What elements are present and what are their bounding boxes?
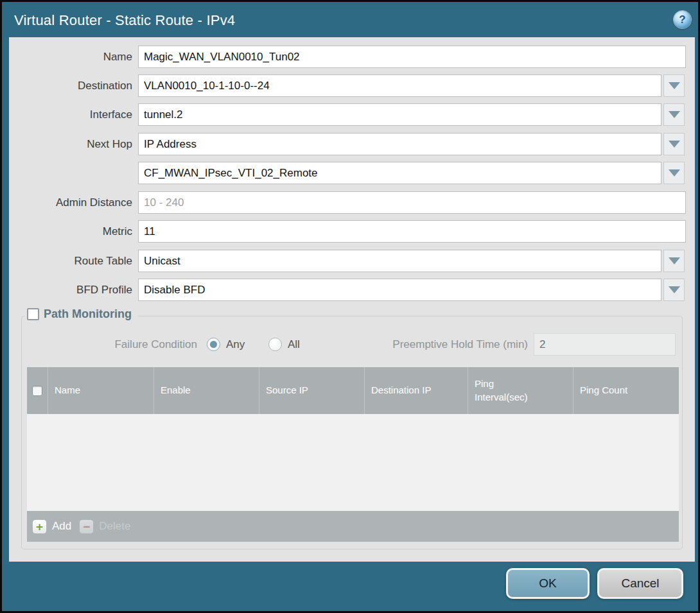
failure-condition-any-label: Any bbox=[226, 333, 245, 356]
metric-input[interactable] bbox=[138, 220, 686, 243]
chevron-down-icon bbox=[669, 257, 680, 264]
table-header-checkbox-cell bbox=[27, 367, 48, 414]
minus-icon: − bbox=[83, 521, 90, 533]
path-monitoring-table: Name Enable Source IP Destination IP Pin… bbox=[27, 367, 679, 542]
column-header-name[interactable]: Name bbox=[48, 367, 154, 414]
interface-label: Interface bbox=[9, 103, 132, 126]
select-all-checkbox[interactable] bbox=[32, 386, 42, 396]
name-input[interactable] bbox=[138, 46, 686, 68]
column-header-ping-interval[interactable]: Ping Interval(sec) bbox=[468, 367, 573, 414]
next-hop-type-dropdown-button[interactable] bbox=[663, 133, 685, 155]
column-header-ping-count[interactable]: Ping Count bbox=[573, 367, 679, 414]
column-header-enable[interactable]: Enable bbox=[154, 367, 259, 414]
column-header-source-ip[interactable]: Source IP bbox=[259, 367, 365, 414]
plus-icon: + bbox=[36, 521, 43, 533]
add-button[interactable]: + Add bbox=[32, 519, 71, 534]
bfd-profile-label: BFD Profile bbox=[9, 279, 132, 301]
chevron-down-icon bbox=[669, 169, 680, 177]
path-monitoring-section: Path Monitoring Failure Condition Any Al… bbox=[21, 316, 683, 549]
dialog-title: Virtual Router - Static Route - IPv4 bbox=[14, 12, 235, 29]
table-toolbar: + Add − Delete bbox=[27, 511, 679, 542]
path-monitoring-title: Path Monitoring bbox=[44, 307, 132, 321]
next-hop-label: Next Hop bbox=[9, 133, 132, 155]
admin-distance-label: Admin Distance bbox=[9, 191, 132, 214]
chevron-down-icon bbox=[669, 111, 680, 118]
chevron-down-icon bbox=[669, 141, 680, 148]
column-header-destination-ip[interactable]: Destination IP bbox=[365, 367, 468, 414]
path-monitoring-checkbox[interactable] bbox=[27, 308, 39, 320]
delete-button[interactable]: − Delete bbox=[79, 519, 130, 534]
column-header-ping-interval-text: Ping Interval(sec) bbox=[475, 377, 536, 404]
destination-label: Destination bbox=[9, 74, 132, 97]
name-label: Name bbox=[9, 46, 132, 68]
delete-button-label: Delete bbox=[99, 520, 130, 533]
static-route-dialog: Virtual Router - Static Route - IPv4 ? N… bbox=[0, 0, 700, 613]
next-hop-address-dropdown-button[interactable] bbox=[663, 162, 685, 184]
chevron-down-icon bbox=[669, 286, 680, 293]
interface-input[interactable] bbox=[138, 103, 661, 126]
chevron-down-icon bbox=[669, 82, 680, 89]
failure-condition-all-label: All bbox=[288, 333, 300, 356]
failure-condition-label: Failure Condition bbox=[22, 333, 197, 356]
dialog-body: Name Destination Interface Next Hop Admi… bbox=[9, 37, 695, 562]
add-button-label: Add bbox=[52, 520, 71, 533]
table-header-row: Name Enable Source IP Destination IP Pin… bbox=[27, 367, 679, 414]
failure-condition-all-radio[interactable] bbox=[268, 338, 282, 351]
ok-button[interactable]: OK bbox=[506, 568, 590, 599]
table-body-empty[interactable] bbox=[27, 414, 679, 511]
route-table-dropdown-button[interactable] bbox=[663, 250, 685, 272]
failure-condition-any-radio[interactable] bbox=[207, 338, 220, 351]
help-icon[interactable]: ? bbox=[674, 11, 691, 28]
preemptive-hold-time-label: Preemptive Hold Time (min) bbox=[335, 333, 528, 356]
path-monitoring-legend: Path Monitoring bbox=[24, 307, 138, 321]
route-table-label: Route Table bbox=[9, 250, 132, 272]
destination-dropdown-button[interactable] bbox=[663, 74, 685, 97]
metric-label: Metric bbox=[9, 220, 132, 243]
interface-dropdown-button[interactable] bbox=[663, 103, 685, 126]
admin-distance-input[interactable] bbox=[138, 191, 686, 214]
bfd-profile-dropdown-button[interactable] bbox=[663, 279, 685, 301]
next-hop-type-input[interactable] bbox=[138, 133, 661, 155]
next-hop-address-input[interactable] bbox=[138, 162, 661, 184]
preemptive-hold-time-input[interactable] bbox=[534, 333, 676, 356]
cancel-button[interactable]: Cancel bbox=[597, 568, 683, 599]
bfd-profile-input[interactable] bbox=[138, 279, 661, 301]
destination-input[interactable] bbox=[138, 74, 661, 97]
route-table-input[interactable] bbox=[138, 250, 661, 272]
